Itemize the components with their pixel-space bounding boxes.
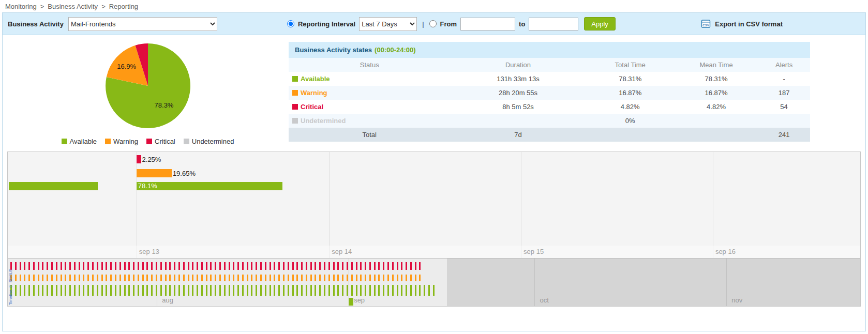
overview-tick-critical (101, 262, 103, 270)
total-time-cell: 0% (586, 114, 675, 128)
overview-tick-available (188, 285, 189, 296)
breadcrumb-monitoring[interactable]: Monitoring (5, 3, 37, 10)
duration-cell: 8h 5m 52s (450, 100, 586, 114)
from-date-input[interactable] (460, 18, 515, 31)
overview-tick-available (224, 285, 226, 296)
reporting-interval-group: Reporting Interval Last 7 Days (287, 17, 417, 31)
overview-tick-critical (237, 262, 239, 270)
overview-tick-warning (410, 275, 412, 281)
overview-tick-available (138, 285, 139, 296)
export-csv-button[interactable]: CSV Export in CSV format (701, 20, 783, 28)
overview-tick-warning (296, 275, 298, 281)
overview-tick-critical (20, 262, 21, 270)
overview-tick-warning (342, 275, 343, 281)
overview-tick-critical (274, 262, 275, 270)
overview-tick-critical (28, 262, 30, 270)
to-date-input[interactable] (529, 18, 578, 31)
overview-tick-warning (210, 275, 212, 281)
overview-tick-critical (265, 262, 266, 270)
overview-tick-available (38, 285, 39, 296)
timeline-bar-warning[interactable] (137, 169, 172, 177)
overview-tick-critical (270, 262, 271, 270)
overview-tick-warning (65, 275, 66, 281)
overview-tick-warning (392, 275, 394, 281)
overview-tick-warning (351, 275, 353, 281)
overview-tick-available (415, 285, 416, 296)
mean-time-cell: 16.87% (675, 86, 758, 100)
bar-label: 2.25% (142, 156, 161, 163)
reporting-interval-label: Reporting Interval (298, 20, 355, 28)
overview-tick-available (378, 285, 380, 296)
overview-tick-critical (197, 262, 198, 270)
overview-tick-available (197, 285, 198, 296)
simile-watermark-link[interactable]: Timeline © SIMILE (8, 259, 14, 306)
overview-tick-available (83, 285, 84, 296)
overview-tick-available (419, 285, 421, 296)
overview-tick-critical (15, 262, 17, 270)
overview-tick-available (278, 285, 280, 296)
overview-tick-critical (119, 262, 121, 270)
toolbar-separator: | (422, 20, 424, 28)
overview-tick-critical (92, 262, 94, 270)
timeline-bar-available[interactable] (9, 182, 97, 190)
overview-tick-warning (138, 275, 139, 281)
overview-tick-available (229, 285, 230, 296)
overview-tick-critical (65, 262, 66, 270)
overview-tick-warning (83, 275, 84, 281)
duration-cell (450, 114, 586, 128)
custom-range-radio[interactable] (429, 20, 437, 27)
overview-tick-available (56, 285, 57, 296)
overview-tick-critical (219, 262, 221, 270)
overview-tick-available (410, 285, 412, 296)
timeline-bar-critical[interactable] (137, 155, 141, 163)
apply-button[interactable]: Apply (584, 17, 616, 31)
overview-tick-available (319, 285, 321, 296)
breadcrumb-business-activity[interactable]: Business Activity (48, 3, 98, 10)
overview-tick-critical (247, 262, 248, 270)
total-time-cell: 4.82% (586, 100, 675, 114)
overview-tick-warning (356, 275, 357, 281)
pie-legend: AvailableWarningCriticalUndetermined (62, 138, 234, 145)
overview-tick-warning (265, 275, 266, 281)
month-gridline (534, 259, 535, 306)
month-label: oct (537, 296, 548, 304)
overview-tick-available (106, 285, 107, 296)
timeline-overview-band[interactable]: augsepoctnovTimeline © SIMILE (8, 258, 860, 306)
overview-tick-critical (74, 262, 76, 270)
day-label: sep 13 (137, 248, 159, 255)
overview-tick-critical (169, 262, 171, 270)
breadcrumb-reporting[interactable]: Reporting (109, 3, 138, 10)
legend-item-available: Available (62, 138, 97, 145)
total-duration: 7d (450, 128, 586, 142)
legend-item-critical: Critical (146, 138, 175, 145)
timeline-main-band[interactable]: sep 13sep 14sep 15sep 162.25%19.65%78.1% (8, 152, 860, 258)
overview-tick-warning (406, 275, 407, 281)
overview-tick-available (383, 285, 384, 296)
overview-tick-available (110, 285, 112, 296)
timeline-bar-available[interactable]: 78.1% (137, 182, 283, 190)
overview-tick-available (351, 285, 353, 296)
overview-tick-critical (124, 262, 126, 270)
overview-tick-critical (151, 262, 153, 270)
overview-tick-critical (378, 262, 380, 270)
reporting-interval-radio[interactable] (287, 20, 294, 27)
business-activity-label: Business Activity (8, 20, 64, 28)
overview-tick-critical (133, 262, 134, 270)
overview-tick-critical (51, 262, 53, 270)
overview-tick-critical (87, 262, 89, 270)
overview-tick-critical (278, 262, 280, 270)
overview-tick-available (183, 285, 185, 296)
overview-tick-available (306, 285, 307, 296)
overview-tick-warning (283, 275, 285, 281)
overview-tick-critical (392, 262, 394, 270)
overview-tick-critical (406, 262, 407, 270)
overview-tick-warning (419, 275, 421, 281)
overview-tick-available (247, 285, 248, 296)
overview-tick-critical (324, 262, 325, 270)
overview-tick-warning (415, 275, 416, 281)
overview-tick-critical (138, 262, 139, 270)
overview-tick-warning (360, 275, 362, 281)
business-activity-select[interactable]: Mail-Frontends (68, 17, 217, 31)
overview-tick-warning (251, 275, 252, 281)
reporting-interval-select[interactable]: Last 7 Days (359, 17, 417, 31)
